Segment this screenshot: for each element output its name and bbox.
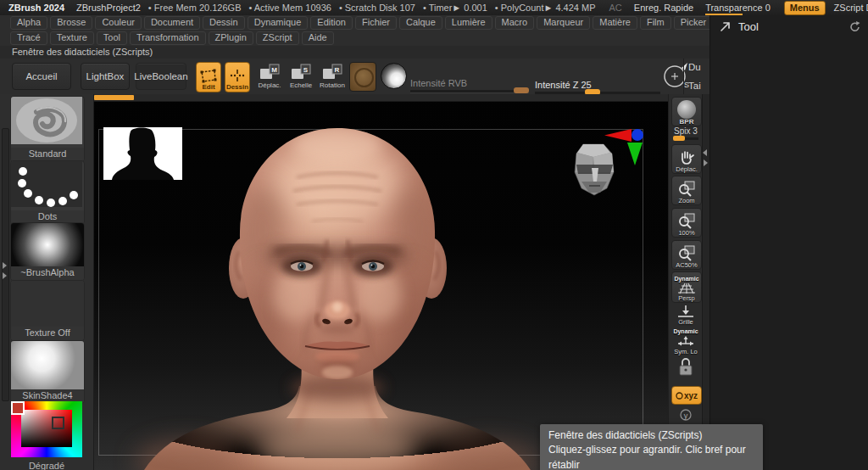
alpha-selector[interactable]: ~BrushAlpha [10, 222, 85, 281]
spix-knob[interactable] [673, 136, 685, 141]
menu-item[interactable]: Matière [593, 16, 637, 30]
tool-panel: Tool [709, 15, 868, 470]
menu-item[interactable]: Calque [399, 16, 442, 30]
menu-bar-row-1: AlphaBrosseCouleurDocumentDessinDynamiqu… [0, 15, 720, 31]
lock-icon [676, 355, 696, 379]
menu-item[interactable]: Edition [310, 16, 353, 30]
rotate-button[interactable]: R Rotation [320, 64, 345, 91]
scale-button[interactable]: S Echelle [288, 64, 314, 91]
standard-brush-thumbnail [11, 97, 84, 144]
canvas-document[interactable] [93, 94, 668, 470]
color-picker[interactable] [11, 401, 82, 457]
menu-item[interactable]: Couleur [95, 16, 142, 30]
tooltip-body: Cliquez-glissez pour agrandir. Clic bref… [548, 443, 754, 470]
menu-item[interactable]: ZScript [256, 31, 299, 45]
menu-item[interactable]: Picker [674, 16, 714, 30]
spix-slider[interactable] [673, 137, 698, 140]
right-divider-arrow [703, 149, 707, 156]
menu-item[interactable]: Aide [302, 31, 334, 45]
quick-save-button[interactable]: Enreg. Rapide [634, 3, 693, 13]
home-button[interactable]: Accueil [12, 63, 71, 90]
material-selector[interactable]: SkinShade4 [10, 340, 85, 404]
stat-item: • Active Mem 10936 [248, 3, 331, 13]
menu-item[interactable]: Fichier [355, 16, 397, 30]
bpr-sphere-icon [677, 100, 696, 119]
stroke-selector[interactable]: Dots [10, 160, 85, 225]
clipped-tai-label[interactable]: Tai [688, 81, 701, 91]
menu-item[interactable]: Dynamique [248, 16, 309, 30]
zscript-selector[interactable]: ZScript Défaut [834, 3, 868, 13]
tool-panel-title[interactable]: Tool [738, 20, 759, 33]
perspective-grid-icon [676, 283, 697, 294]
preview-polymesh-head [551, 126, 653, 227]
menu-item[interactable]: Tracé [10, 31, 47, 45]
zscript-tray-header[interactable]: Fenêtre des didacticiels (ZScripts) [0, 46, 721, 59]
floor-grid-button[interactable]: Grille [671, 305, 700, 326]
symmetry-button[interactable]: Dynamic Sym. Lo [671, 328, 700, 355]
rgb-intensity-label: Intensité RVB [410, 78, 467, 88]
menu-item[interactable]: Texture [50, 31, 94, 45]
persp-button[interactable]: Dynamic Persp [671, 271, 702, 303]
magnifier-icon [677, 245, 696, 261]
menu-item[interactable]: Brosse [50, 16, 92, 30]
texture-name: Texture Off [11, 327, 84, 340]
menu-item[interactable]: Transformation [130, 31, 206, 45]
color-cursor[interactable] [52, 417, 64, 429]
current-color-swatch[interactable] [11, 401, 25, 415]
menus-button[interactable]: Menus [784, 1, 826, 15]
menu-item[interactable]: Macro [495, 16, 535, 30]
menu-item[interactable]: Lumière [445, 16, 492, 30]
gradient-label[interactable]: Dégradé [0, 461, 93, 470]
edit-button[interactable]: Edit [196, 62, 221, 92]
tooltip-title: Fenêtre des didacticiels (ZScripts) [548, 428, 754, 443]
axis-y-arrow [627, 143, 643, 165]
move-button[interactable]: M Déplac. [257, 64, 282, 91]
stat-item: • Free Mem 20.126GB [148, 3, 242, 13]
zscript-tray-title: Fenêtre des didacticiels (ZScripts) [12, 47, 153, 57]
menu-item[interactable]: Dessin [203, 16, 245, 30]
liveboolean-button[interactable]: LiveBoolean [136, 63, 186, 90]
aa-half-button[interactable]: AC50% [671, 240, 702, 270]
stat-item: • Scratch Disk 107 [339, 3, 415, 13]
actual-size-button[interactable]: 100% [671, 208, 702, 238]
left-tray: Standard Dots ~BrushAlpha Texture Off Sk… [0, 94, 94, 470]
zoom-button[interactable]: Zoom [671, 176, 702, 205]
scale-gizmo-icon: S [290, 64, 312, 81]
menu-item[interactable]: Marqueur [537, 16, 590, 30]
y-symmetry-button[interactable]: y [677, 407, 694, 422]
svg-text:R: R [335, 66, 340, 74]
floor-arrow-icon [676, 305, 695, 318]
rgb-intensity-knob[interactable] [514, 87, 529, 93]
brush-selector[interactable]: Standard [10, 96, 85, 162]
bpr-button[interactable]: BPR [671, 97, 702, 126]
menu-item[interactable]: Film [640, 16, 671, 30]
clipped-du-label[interactable]: Du [688, 62, 701, 72]
menu-item[interactable]: Alpha [10, 16, 47, 30]
hand-icon [678, 149, 695, 165]
reset-icon[interactable] [849, 20, 861, 33]
current-material-swatch[interactable] [380, 62, 407, 90]
magnifier-icon [677, 181, 696, 197]
menu-item[interactable]: Document [144, 16, 200, 30]
svg-text:S: S [303, 66, 309, 74]
stat-item: • Timer► 0.001 [423, 3, 487, 13]
rgb-intensity-slider[interactable] [410, 90, 529, 93]
menu-item[interactable]: ZPlugin [209, 31, 253, 45]
current-alpha-swatch[interactable] [349, 62, 376, 92]
color-sv-square[interactable] [21, 410, 72, 447]
brush-name: Standard [11, 148, 84, 161]
left-divider-arrow [3, 272, 7, 279]
app-title: ZBrush 2024 [8, 3, 64, 13]
xyz-symmetry-button[interactable]: xyz [671, 386, 702, 405]
local-symmetry-button[interactable] [671, 355, 700, 379]
brushalpha-thumbnail [11, 223, 84, 266]
transparency-slider[interactable]: Transparence 0 [705, 3, 771, 13]
axis-z-dot [632, 129, 643, 141]
move-gizmo-icon: M [259, 64, 281, 81]
ac-toggle[interactable]: AC [609, 3, 622, 13]
move-document-button[interactable]: Déplac. [671, 144, 702, 174]
texture-selector[interactable]: Texture Off [10, 280, 85, 341]
lightbox-button[interactable]: LightBox [81, 63, 130, 90]
menu-item[interactable]: Tool [97, 31, 127, 45]
draw-button[interactable]: Dessin [225, 62, 250, 92]
